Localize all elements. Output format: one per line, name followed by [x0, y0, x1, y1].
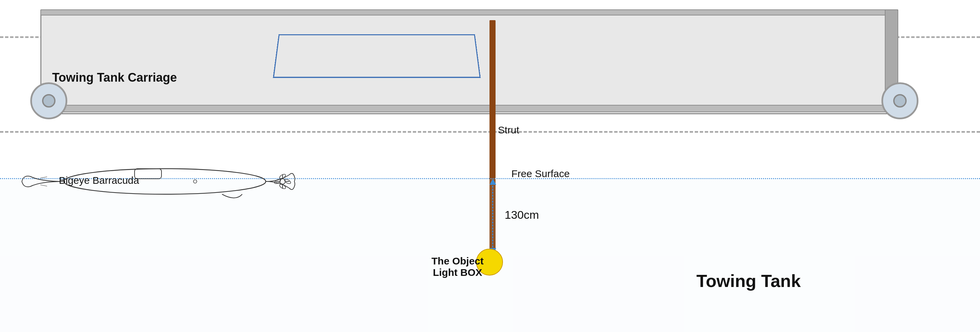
arrow-up-icon	[490, 179, 496, 185]
depth-arrow-line	[492, 180, 493, 250]
towing-tank-label: Towing Tank	[697, 271, 801, 291]
strut-label: Strut	[498, 124, 519, 136]
svg-line-13	[40, 185, 47, 186]
diagram-container: Towing Tank Carriage Strut Free Surface …	[0, 0, 980, 332]
free-surface-label: Free Surface	[511, 168, 570, 179]
svg-line-12	[40, 177, 47, 178]
carriage-bottom-border	[40, 105, 898, 112]
carriage-label: Towing Tank Carriage	[52, 71, 177, 85]
object-label: The Object Light BOX	[424, 255, 491, 278]
carriage-top-border	[40, 9, 898, 16]
svg-point-11	[193, 180, 197, 183]
depth-label: 130cm	[504, 208, 539, 221]
wheel-top-left	[30, 82, 67, 119]
blue-rectangle	[273, 34, 480, 78]
wheel-top-right	[881, 82, 918, 119]
svg-point-2	[280, 179, 285, 184]
submarine-label: Bigeye Barracuda	[59, 175, 139, 186]
